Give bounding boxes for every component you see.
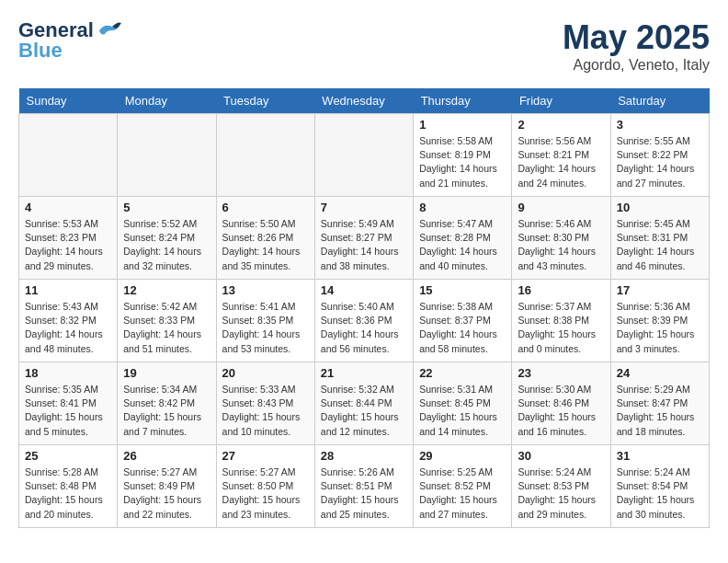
day-number: 26 <box>123 449 210 463</box>
month-title: May 2025 <box>563 18 710 57</box>
day-number: 16 <box>518 283 604 297</box>
day-number: 22 <box>419 366 506 380</box>
weekday-header-tuesday: Tuesday <box>216 88 314 114</box>
day-info: Sunrise: 5:45 AM Sunset: 8:31 PM Dayligh… <box>617 217 703 273</box>
calendar-cell: 12Sunrise: 5:42 AM Sunset: 8:33 PM Dayli… <box>118 280 216 362</box>
day-number: 25 <box>25 449 111 463</box>
calendar-cell: 27Sunrise: 5:27 AM Sunset: 8:50 PM Dayli… <box>216 445 314 528</box>
calendar-row-2: 11Sunrise: 5:43 AM Sunset: 8:32 PM Dayli… <box>19 280 710 362</box>
calendar-cell: 4Sunrise: 5:53 AM Sunset: 8:23 PM Daylig… <box>19 197 118 280</box>
day-number: 15 <box>419 283 506 297</box>
logo: General Blue <box>18 18 123 63</box>
day-info: Sunrise: 5:28 AM Sunset: 8:48 PM Dayligh… <box>25 465 111 522</box>
calendar-cell: 16Sunrise: 5:37 AM Sunset: 8:38 PM Dayli… <box>512 280 610 362</box>
calendar-cell: 30Sunrise: 5:24 AM Sunset: 8:53 PM Dayli… <box>512 445 610 528</box>
calendar-cell: 24Sunrise: 5:29 AM Sunset: 8:47 PM Dayli… <box>610 362 709 445</box>
calendar-cell <box>314 114 413 197</box>
calendar-cell: 2Sunrise: 5:56 AM Sunset: 8:21 PM Daylig… <box>512 114 610 197</box>
day-number: 9 <box>518 201 604 214</box>
day-info: Sunrise: 5:58 AM Sunset: 8:19 PM Dayligh… <box>419 134 506 190</box>
calendar-cell: 5Sunrise: 5:52 AM Sunset: 8:24 PM Daylig… <box>118 197 216 280</box>
day-info: Sunrise: 5:24 AM Sunset: 8:54 PM Dayligh… <box>617 465 703 522</box>
day-number: 12 <box>123 283 210 297</box>
calendar-cell: 23Sunrise: 5:30 AM Sunset: 8:46 PM Dayli… <box>512 362 610 445</box>
calendar-cell: 15Sunrise: 5:38 AM Sunset: 8:37 PM Dayli… <box>414 280 512 362</box>
day-number: 3 <box>617 118 703 132</box>
location: Agordo, Veneto, Italy <box>563 57 710 74</box>
calendar-table: SundayMondayTuesdayWednesdayThursdayFrid… <box>18 88 710 528</box>
day-info: Sunrise: 5:50 AM Sunset: 8:26 PM Dayligh… <box>222 217 309 273</box>
day-info: Sunrise: 5:27 AM Sunset: 8:49 PM Dayligh… <box>123 465 210 522</box>
weekday-header-saturday: Saturday <box>610 88 709 114</box>
calendar-cell: 21Sunrise: 5:32 AM Sunset: 8:44 PM Dayli… <box>314 362 413 445</box>
day-number: 7 <box>321 201 407 214</box>
day-info: Sunrise: 5:46 AM Sunset: 8:30 PM Dayligh… <box>518 217 604 273</box>
logo-general: General <box>18 18 94 41</box>
calendar-cell <box>19 114 118 197</box>
day-number: 29 <box>419 449 506 463</box>
calendar-row-1: 4Sunrise: 5:53 AM Sunset: 8:23 PM Daylig… <box>19 197 710 280</box>
calendar-row-3: 18Sunrise: 5:35 AM Sunset: 8:41 PM Dayli… <box>19 362 710 445</box>
weekday-header-wednesday: Wednesday <box>314 88 413 114</box>
weekday-header-monday: Monday <box>118 88 216 114</box>
calendar-cell: 1Sunrise: 5:58 AM Sunset: 8:19 PM Daylig… <box>414 114 512 197</box>
weekday-header-friday: Friday <box>512 88 610 114</box>
day-number: 10 <box>617 201 703 214</box>
calendar-cell: 25Sunrise: 5:28 AM Sunset: 8:48 PM Dayli… <box>19 445 118 528</box>
calendar-cell: 3Sunrise: 5:55 AM Sunset: 8:22 PM Daylig… <box>610 114 709 197</box>
day-number: 28 <box>321 449 407 463</box>
day-info: Sunrise: 5:40 AM Sunset: 8:36 PM Dayligh… <box>321 300 407 356</box>
weekday-header-thursday: Thursday <box>414 88 512 114</box>
calendar-cell: 17Sunrise: 5:36 AM Sunset: 8:39 PM Dayli… <box>610 280 709 362</box>
day-info: Sunrise: 5:47 AM Sunset: 8:28 PM Dayligh… <box>419 217 506 273</box>
calendar-cell: 7Sunrise: 5:49 AM Sunset: 8:27 PM Daylig… <box>314 197 413 280</box>
day-number: 24 <box>617 366 703 380</box>
day-info: Sunrise: 5:34 AM Sunset: 8:42 PM Dayligh… <box>123 383 210 439</box>
logo-bird-icon <box>97 21 123 40</box>
calendar-cell: 6Sunrise: 5:50 AM Sunset: 8:26 PM Daylig… <box>216 197 314 280</box>
day-info: Sunrise: 5:56 AM Sunset: 8:21 PM Dayligh… <box>518 134 604 190</box>
day-number: 31 <box>617 449 703 463</box>
day-info: Sunrise: 5:42 AM Sunset: 8:33 PM Dayligh… <box>123 300 210 356</box>
day-number: 14 <box>321 283 407 297</box>
day-info: Sunrise: 5:26 AM Sunset: 8:51 PM Dayligh… <box>321 465 407 522</box>
calendar-cell: 20Sunrise: 5:33 AM Sunset: 8:43 PM Dayli… <box>216 362 314 445</box>
day-info: Sunrise: 5:36 AM Sunset: 8:39 PM Dayligh… <box>617 300 703 356</box>
day-number: 4 <box>25 201 111 214</box>
calendar-cell: 29Sunrise: 5:25 AM Sunset: 8:52 PM Dayli… <box>414 445 512 528</box>
calendar-cell: 28Sunrise: 5:26 AM Sunset: 8:51 PM Dayli… <box>314 445 413 528</box>
calendar-cell <box>118 114 216 197</box>
day-info: Sunrise: 5:35 AM Sunset: 8:41 PM Dayligh… <box>25 383 111 439</box>
day-info: Sunrise: 5:30 AM Sunset: 8:46 PM Dayligh… <box>518 383 604 439</box>
day-number: 6 <box>222 201 309 214</box>
day-number: 8 <box>419 201 506 214</box>
calendar-cell: 8Sunrise: 5:47 AM Sunset: 8:28 PM Daylig… <box>414 197 512 280</box>
day-info: Sunrise: 5:25 AM Sunset: 8:52 PM Dayligh… <box>419 465 506 522</box>
day-number: 27 <box>222 449 309 463</box>
day-info: Sunrise: 5:41 AM Sunset: 8:35 PM Dayligh… <box>222 300 309 356</box>
day-number: 11 <box>25 283 111 297</box>
calendar-cell: 22Sunrise: 5:31 AM Sunset: 8:45 PM Dayli… <box>414 362 512 445</box>
day-number: 13 <box>222 283 309 297</box>
day-number: 30 <box>518 449 604 463</box>
day-number: 2 <box>518 118 604 132</box>
day-info: Sunrise: 5:55 AM Sunset: 8:22 PM Dayligh… <box>617 134 703 190</box>
day-info: Sunrise: 5:31 AM Sunset: 8:45 PM Dayligh… <box>419 383 506 439</box>
calendar-cell: 9Sunrise: 5:46 AM Sunset: 8:30 PM Daylig… <box>512 197 610 280</box>
day-info: Sunrise: 5:29 AM Sunset: 8:47 PM Dayligh… <box>617 383 703 439</box>
calendar-header-row: SundayMondayTuesdayWednesdayThursdayFrid… <box>19 88 710 114</box>
weekday-header-sunday: Sunday <box>19 88 118 114</box>
day-number: 18 <box>25 366 111 380</box>
day-info: Sunrise: 5:53 AM Sunset: 8:23 PM Dayligh… <box>25 217 111 273</box>
day-info: Sunrise: 5:38 AM Sunset: 8:37 PM Dayligh… <box>419 300 506 356</box>
day-number: 1 <box>419 118 506 132</box>
calendar-cell: 13Sunrise: 5:41 AM Sunset: 8:35 PM Dayli… <box>216 280 314 362</box>
calendar-cell: 26Sunrise: 5:27 AM Sunset: 8:49 PM Dayli… <box>118 445 216 528</box>
day-number: 23 <box>518 366 604 380</box>
day-info: Sunrise: 5:49 AM Sunset: 8:27 PM Dayligh… <box>321 217 407 273</box>
day-info: Sunrise: 5:37 AM Sunset: 8:38 PM Dayligh… <box>518 300 604 356</box>
day-info: Sunrise: 5:27 AM Sunset: 8:50 PM Dayligh… <box>222 465 309 522</box>
day-info: Sunrise: 5:32 AM Sunset: 8:44 PM Dayligh… <box>321 383 407 439</box>
calendar-cell: 18Sunrise: 5:35 AM Sunset: 8:41 PM Dayli… <box>19 362 118 445</box>
calendar-cell: 14Sunrise: 5:40 AM Sunset: 8:36 PM Dayli… <box>314 280 413 362</box>
